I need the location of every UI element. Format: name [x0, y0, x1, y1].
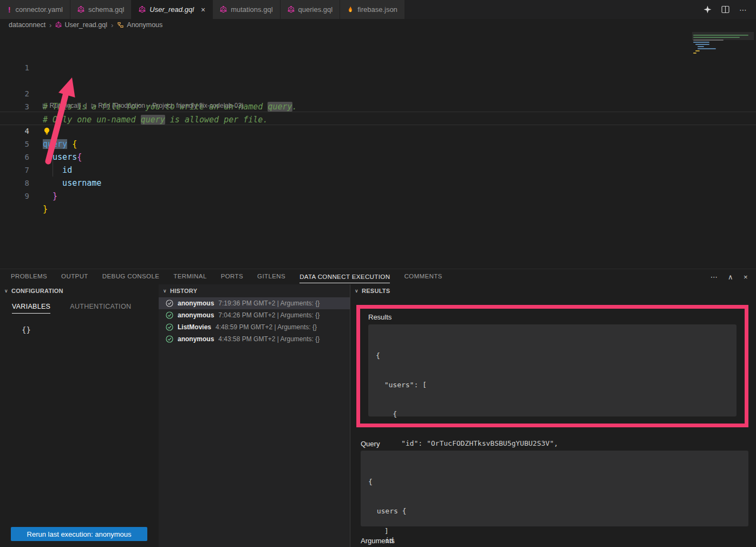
copilot-sparkle-icon[interactable] — [703, 5, 712, 14]
run-production-link[interactable]: ▷ Run (Production – Project: friendly-fl… — [92, 100, 244, 112]
tab-authentication[interactable]: AUTHENTICATION — [70, 303, 131, 314]
history-item-name: anonymous — [178, 311, 214, 319]
configuration-header[interactable]: ∨ CONFIGURATION — [0, 284, 159, 297]
code-lens: ▷ Run (local) | ▷ Run (Production – Proj… — [43, 100, 244, 112]
graphql-icon — [139, 6, 146, 13]
rerun-last-execution-button[interactable]: Rerun last execution: anonymous — [11, 527, 147, 541]
graphql-icon — [220, 6, 227, 13]
results-json-box: { "users": [ { "id": "OrTucFODZHTksvBSBU… — [368, 324, 737, 416]
results-header[interactable]: ∨ RESULTS — [350, 284, 756, 297]
panel-tab-gitlens[interactable]: GITLENS — [257, 273, 285, 281]
tab-user-read-gql[interactable]: User_read.gql × — [132, 0, 213, 19]
minimap-mark — [693, 37, 740, 38]
split-editor-icon[interactable] — [721, 5, 729, 14]
more-actions-icon[interactable]: ⋯ — [739, 5, 747, 14]
results-highlight-annotation: Results { "users": [ { "id": "OrTucFODZH… — [356, 305, 748, 427]
tab-label: schema.gql — [88, 5, 124, 14]
breadcrumb-file-label: User_read.gql — [64, 21, 107, 29]
minimap-mark — [698, 48, 716, 49]
minimap-mark — [695, 44, 709, 45]
breadcrumb-folder[interactable]: dataconnect — [9, 21, 45, 29]
configuration-tabs: VARIABLES AUTHENTICATION — [0, 297, 159, 314]
history-item[interactable]: anonymous 4:43:58 PM GMT+2 | Arguments: … — [159, 333, 350, 345]
history-item-detail: 7:19:36 PM GMT+2 | Arguments: {} — [218, 299, 320, 307]
word-highlight: query — [268, 102, 292, 112]
chevron-down-icon: ∨ — [355, 288, 359, 294]
symbol-operation-icon — [117, 22, 124, 28]
tab-label: mutations.gql — [231, 5, 272, 14]
close-icon[interactable]: × — [201, 6, 205, 14]
panel-tab-bar: PROBLEMS OUTPUT DEBUG CONSOLE TERMINAL P… — [0, 269, 756, 284]
tab-label: connector.yaml — [15, 5, 62, 14]
tab-label: firebase.json — [357, 5, 397, 14]
more-actions-icon[interactable]: ⋯ — [711, 273, 718, 281]
configuration-section: ∨ CONFIGURATION VARIABLES AUTHENTICATION… — [0, 284, 159, 547]
chevron-right-icon: › — [49, 21, 51, 29]
breadcrumb-symbol-label: Anonymous — [127, 21, 162, 29]
flame-icon — [347, 6, 354, 14]
panel-tab-data-connect-execution[interactable]: DATA CONNECT EXECUTION — [299, 274, 390, 283]
tab-schema-gql[interactable]: schema.gql — [70, 0, 132, 19]
history-section: ∨ HISTORY anonymous 7:19:36 PM GMT+2 | A… — [159, 284, 350, 547]
maximize-panel-icon[interactable]: ∧ — [728, 273, 733, 281]
history-item-detail: 7:04:26 PM GMT+2 | Arguments: {} — [218, 311, 320, 319]
arguments-label: Arguments — [361, 537, 395, 545]
panel-actions: ⋯ ∧ × — [711, 273, 756, 281]
graphql-icon — [288, 6, 295, 13]
history-item[interactable]: anonymous 7:04:26 PM GMT+2 | Arguments: … — [159, 309, 350, 321]
history-item-name: anonymous — [178, 299, 214, 307]
chevron-down-icon: ∨ — [163, 288, 167, 294]
code-line-9: } — [43, 203, 48, 216]
bottom-panel: PROBLEMS OUTPUT DEBUG CONSOLE TERMINAL P… — [0, 269, 756, 547]
editor-tab-bar: ! connector.yaml schema.gql User_read.gq… — [0, 0, 756, 19]
line-number: 1 — [0, 61, 29, 74]
tab-label: queries.gql — [298, 5, 333, 14]
close-panel-icon[interactable]: × — [744, 273, 748, 281]
tab-connector-yaml[interactable]: ! connector.yaml — [0, 0, 70, 19]
chevron-right-icon: › — [111, 21, 113, 29]
minimap[interactable] — [692, 32, 754, 71]
tab-label: User_read.gql — [149, 5, 194, 14]
panel-tab-ports[interactable]: PORTS — [221, 273, 243, 281]
history-item[interactable]: anonymous 7:19:36 PM GMT+2 | Arguments: … — [159, 297, 350, 309]
chevron-down-icon: ∨ — [4, 288, 8, 294]
line-number: 9 — [0, 190, 29, 203]
history-item-detail: 4:48:59 PM GMT+2 | Arguments: {} — [216, 323, 317, 331]
graphql-icon — [55, 22, 62, 28]
tab-firebase-json[interactable]: firebase.json — [340, 0, 405, 19]
indent-guide — [53, 138, 53, 177]
panel-tab-problems[interactable]: PROBLEMS — [11, 273, 47, 281]
check-circle-icon — [166, 299, 173, 307]
exclamation-icon: ! — [7, 5, 11, 14]
run-local-link[interactable]: ▷ Run (local) — [43, 100, 81, 112]
check-circle-icon — [166, 311, 173, 319]
minimap-slider — [692, 32, 754, 40]
minimap-mark — [698, 46, 704, 47]
history-item-name: anonymous — [178, 335, 214, 343]
panel-tab-debug-console[interactable]: DEBUG CONSOLE — [102, 273, 160, 281]
minimap-mark — [693, 42, 709, 43]
history-item-detail: 4:43:58 PM GMT+2 | Arguments: {} — [218, 335, 320, 343]
panel-tab-terminal[interactable]: TERMINAL — [173, 273, 206, 281]
history-item[interactable]: ListMovies 4:48:59 PM GMT+2 | Arguments:… — [159, 321, 350, 333]
panel-tab-comments[interactable]: COMMENTS — [404, 273, 442, 281]
minimap-mark — [693, 35, 748, 36]
tab-variables[interactable]: VARIABLES — [12, 303, 50, 314]
check-circle-icon — [166, 335, 173, 343]
tab-queries-gql[interactable]: queries.gql — [281, 0, 341, 19]
check-circle-icon — [166, 323, 173, 331]
history-item-name: ListMovies — [178, 323, 211, 331]
minimap-mark — [693, 40, 724, 41]
breadcrumb: dataconnect › User_read.gql › Anonymous — [0, 19, 756, 31]
minimap-mark — [695, 50, 700, 51]
variables-value[interactable]: {} — [0, 314, 159, 334]
results-label: Results — [368, 313, 745, 321]
tab-mutations-gql[interactable]: mutations.gql — [213, 0, 280, 19]
query-code-box: { users { id username } } — [361, 451, 748, 526]
breadcrumb-symbol[interactable]: Anonymous — [117, 21, 162, 29]
breadcrumb-file[interactable]: User_read.gql — [55, 21, 107, 29]
panel-tab-output[interactable]: OUTPUT — [61, 273, 88, 281]
lightbulb-icon[interactable] — [43, 127, 50, 135]
history-header[interactable]: ∨ HISTORY — [159, 284, 350, 297]
code-editor[interactable]: 1 2 # This is a file for you to write an… — [0, 31, 756, 269]
